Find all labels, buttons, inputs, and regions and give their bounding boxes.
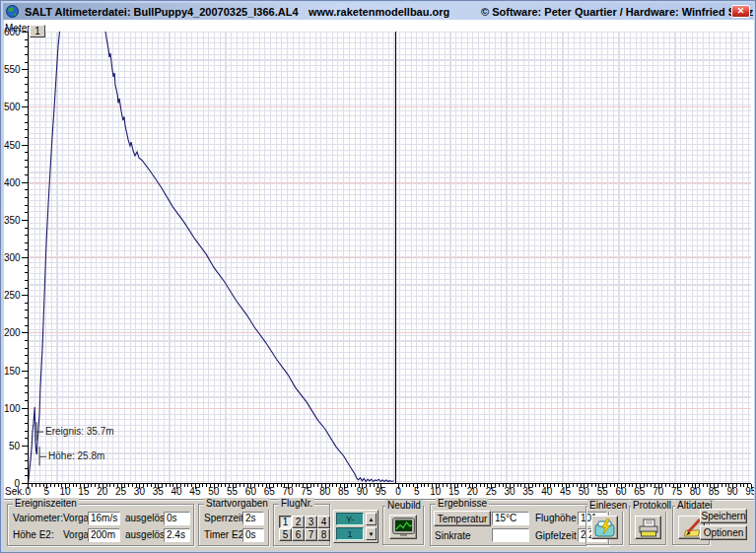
arrow-up-icon: ▲ [369,517,375,522]
close-button[interactable]: ✕ [731,5,750,18]
speichern-button-label: Speichern [701,511,745,521]
speichern-button[interactable]: Speichern [700,509,747,523]
event-annotation-0: Ereignis: 35.7m [45,426,113,437]
altitude-curve-svg: Ereignis: 35.7mHöhe: 25.8m [4,20,754,499]
yzoom-value: 1 [336,527,364,540]
ausgeloest-label: ausgelöst [125,529,168,541]
control-panel: Ereigniszeiten Variometer: Vorgabe 16m/s… [4,499,754,551]
title-credits: © Software: Peter Quartier / Hardware: W… [481,6,753,18]
title-website: www.raketenmodellbau.org [309,6,449,18]
app-window: SALT Altimeterdatei: BullPuppy4_20070325… [0,0,756,553]
ausgeloest-label: ausgelöst [125,513,168,524]
sinkrate-label: Sinkrate [435,530,471,542]
flight-number-button-8[interactable]: 8 [317,528,330,541]
group-ereigniszeiten: Ereigniszeiten Variometer: Vorgabe 16m/s… [7,504,194,546]
group-caption: Startvorgaben [204,498,270,510]
screen-redraw-icon [392,518,415,536]
event-annotation-1: Höhe: 25.8m [48,450,104,461]
variometer-vorgabe-field[interactable]: 16m/s [88,512,120,525]
flight-number-button-6[interactable]: 6 [292,528,305,541]
group-caption: Ergebnisse [436,498,489,510]
flight-number-button-7[interactable]: 7 [305,528,317,541]
flight-number-button-5[interactable]: 5 [279,528,292,541]
gipfelzeit-label: Gipfelzeit [535,530,577,542]
temperatur-field[interactable]: 15°C [492,512,529,525]
optionen-button-label: Optionen [704,527,744,538]
flight-number-button-3[interactable]: 3 [305,516,317,528]
group-startvorgaben: Startvorgaben Sperrzeit 2s Timer E2 0s [198,504,269,546]
yzoom-label: Y-zoom [336,513,364,525]
close-icon: ✕ [737,6,745,16]
timer-e2-label: Timer E2 [204,529,243,541]
printer-icon [638,518,659,537]
sperrzeit-label: Sperrzeit [204,513,243,524]
sinkrate-field[interactable] [492,528,529,542]
yzoom-down-button[interactable]: ▼ [366,527,377,540]
temperatur-button-label: Temperatur [438,514,488,524]
variometer-ausgeloest-field[interactable]: 0s [164,512,190,525]
title-bar: SALT Altimeterdatei: BullPuppy4_20070325… [3,3,753,20]
group-caption: Einlesen [587,500,629,512]
hoehe-e2-vorgabe-field[interactable]: 200m [88,528,120,542]
timer-e2-field[interactable]: 0s [242,528,264,542]
optionen-button[interactable]: Optionen [700,525,747,540]
variometer-label: Variometer: [13,513,63,524]
group-caption: Protokoll [631,500,673,512]
protokoll-button[interactable] [635,516,661,539]
group-flugnr: FlugNr. 12345678 [273,504,330,546]
group-caption: FlugNr. [279,498,314,510]
flughoehe-label: Flughöhe [535,513,577,524]
hoehe-e2-ausgeloest-field[interactable]: 2.4s [164,528,190,542]
yzoom-control: Y-zoom ▲ 1 ▼ [333,510,378,543]
group-ergebnisse: Ergebnisse Temperatur 15°C Flughöhe 101m… [430,504,609,546]
yzoom-up-button[interactable]: ▲ [366,513,377,525]
group-caption: Neubild [385,500,423,512]
group-caption: Ereigniszeiten [13,498,79,510]
einlesen-button[interactable] [591,516,618,539]
group-protokoll: Protokoll [629,506,666,545]
flight-number-buttons: 12345678 [279,516,332,541]
app-globe-icon [6,5,19,18]
window-title: SALT Altimeterdatei: BullPuppy4_20070325… [25,6,299,18]
sperrzeit-field[interactable]: 2s [242,512,264,525]
neubild-button[interactable] [389,515,417,539]
temperatur-button[interactable]: Temperatur [434,511,491,526]
group-einlesen: Einlesen [585,506,623,545]
altitude-chart: 0501001502002503003504004505005506000510… [4,20,754,499]
flight-number-button-2[interactable]: 2 [292,516,305,528]
arrow-down-icon: ▼ [369,531,375,537]
flight-number-button-1[interactable]: 1 [279,516,292,528]
read-device-icon [594,518,616,537]
group-neubild: Neubild [382,506,424,545]
altitude-curve [28,20,393,483]
hoehe-e2-label: Höhe E2: [13,529,54,541]
flight-number-button-4[interactable]: 4 [317,516,330,528]
